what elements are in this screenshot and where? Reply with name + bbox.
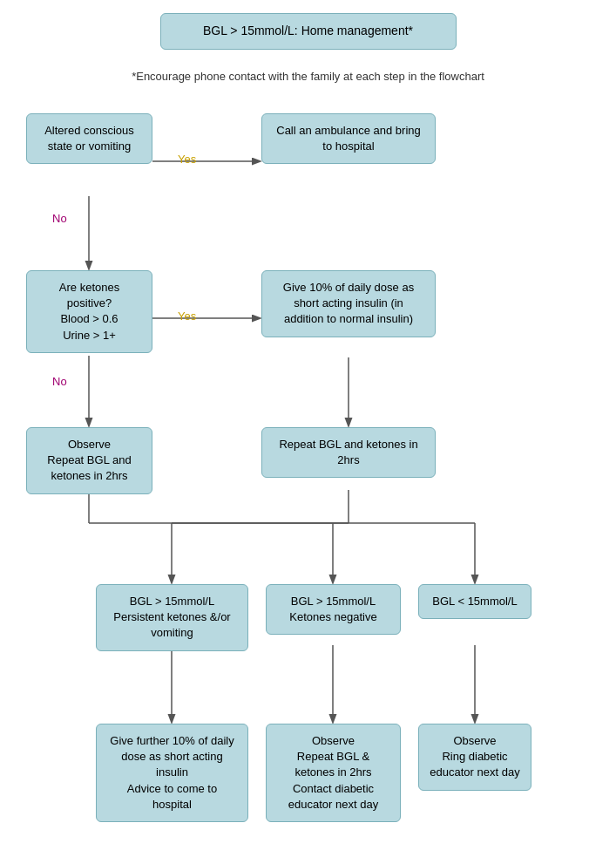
title-box: BGL > 15mmol/L: Home management*: [160, 13, 457, 50]
box-further-insulin: Give further 10% of daily dose as short …: [96, 724, 248, 822]
box-observe3: Observe Ring diabetic educator next day: [418, 724, 531, 791]
label-no-1: No: [52, 212, 67, 225]
title-text: BGL > 15mmol/L: Home management*: [203, 24, 413, 37]
box-bgl-high-ketones: BGL > 15mmol/L Persistent ketones &/or v…: [96, 584, 248, 651]
box-repeat: Repeat BGL and ketones in 2hrs: [261, 427, 436, 478]
box-ketones: Are ketones positive? Blood > 0.6 Urine …: [26, 270, 152, 353]
label-no-2: No: [52, 375, 67, 388]
box-ambulance: Call an ambulance and bring to hospital: [261, 113, 436, 164]
box-bgl-high-noketones: BGL > 15mmol/L Ketones negative: [266, 584, 401, 635]
label-yes-2: Yes: [178, 309, 196, 323]
box-observe2: Observe Repeat BGL & ketones in 2hrs Con…: [266, 724, 401, 822]
box-bgl-low: BGL < 15mmol/L: [418, 584, 531, 619]
subtitle: *Encourage phone contact with the family…: [132, 70, 484, 83]
label-yes-1: Yes: [178, 153, 196, 166]
box-altered: Altered conscious state or vomiting: [26, 113, 152, 164]
box-observe1: Observe Repeat BGL and ketones in 2hrs: [26, 427, 152, 494]
flowchart: BGL > 15mmol/L: Home management* *Encour…: [0, 0, 616, 35]
box-insulin: Give 10% of daily dose as short acting i…: [261, 270, 436, 337]
